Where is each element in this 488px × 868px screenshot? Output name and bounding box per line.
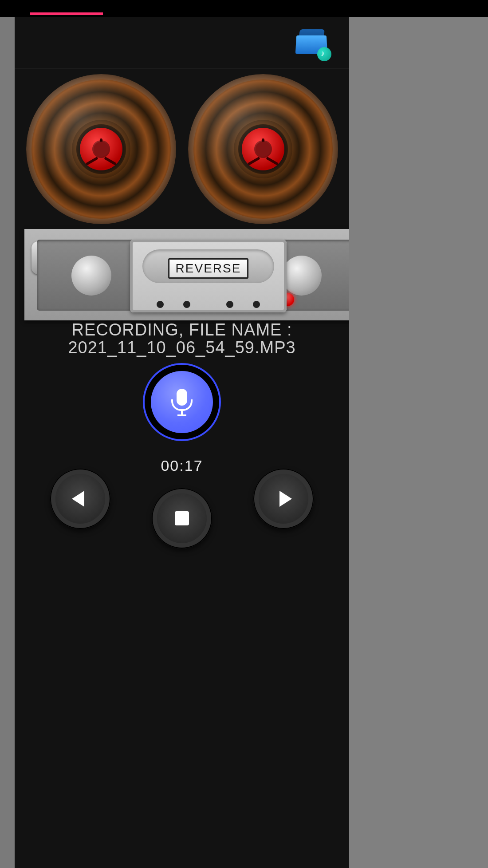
active-tab-indicator	[30, 12, 103, 15]
rewind-button[interactable]	[50, 469, 110, 529]
status-line-2-filename: 2021_11_10_06_54_59.MP3	[15, 339, 349, 357]
play-icon	[279, 491, 292, 507]
reel-left	[26, 74, 176, 224]
stop-icon	[175, 511, 189, 525]
music-note-icon	[317, 47, 331, 61]
deck-knob-left	[71, 256, 111, 296]
right-gutter	[349, 17, 488, 868]
reel-right	[188, 74, 338, 224]
rewind-icon	[72, 491, 84, 507]
header-bar	[15, 17, 349, 68]
deck-body: REVERSE	[37, 240, 356, 311]
microphone-icon	[172, 389, 192, 415]
play-button[interactable]	[253, 469, 314, 529]
deck-knob-right	[282, 256, 322, 296]
tape-deck: REVERSE	[24, 229, 369, 320]
cassette: REVERSE	[130, 240, 287, 312]
recorder-panel: REVERSE RECORDING, FILE NAME : 2021_11_1…	[15, 17, 349, 868]
recording-status: RECORDING, FILE NAME : 2021_11_10_06_54_…	[15, 321, 349, 357]
transport-controls	[15, 469, 349, 562]
stop-button[interactable]	[152, 488, 212, 548]
recordings-folder-icon[interactable]	[296, 25, 330, 59]
record-button[interactable]	[143, 363, 221, 441]
tape-reels	[15, 68, 349, 230]
status-line-1: RECORDING, FILE NAME :	[15, 321, 349, 339]
cassette-label: REVERSE	[168, 258, 249, 279]
